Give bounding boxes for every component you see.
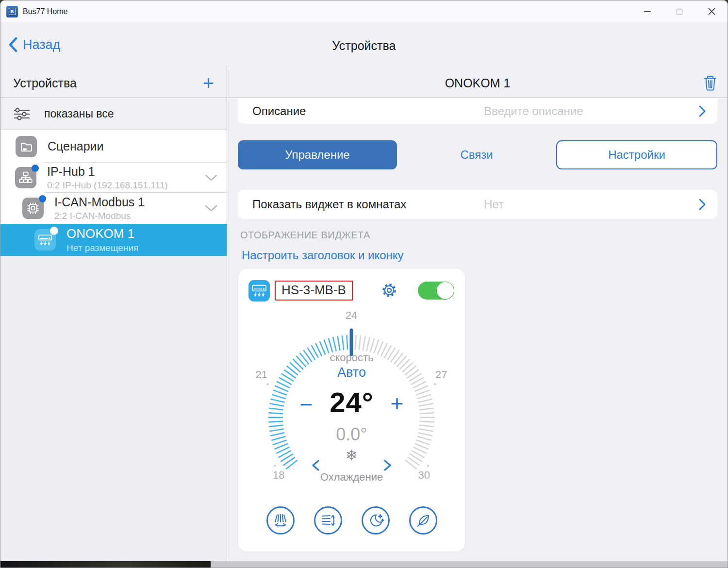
widget-rooms-label: Показать виджет в комнатах xyxy=(252,198,406,211)
device-list: СценарииIP-Hub 10:2 IP-Hub (192.168.151.… xyxy=(0,130,227,256)
tab-bar: УправлениеСвязиНастройки xyxy=(238,140,717,169)
device-item-label: ONOKOM 1 xyxy=(66,226,138,241)
swing-vertical-icon xyxy=(318,511,338,530)
description-placeholder: Введите описание xyxy=(484,104,583,118)
chevron-right-icon xyxy=(699,199,706,210)
filter-label: показаны все xyxy=(44,107,114,120)
tab-control[interactable]: Управление xyxy=(238,140,397,169)
sleep-mode-button[interactable] xyxy=(362,506,390,535)
window-title: Bus77 Home xyxy=(23,7,68,16)
navbar: Назад Устройства xyxy=(0,22,728,68)
fan-speed-label: скорость xyxy=(238,351,465,364)
ac-widget-card: HS-3-MB-B 1821242730 скорость xyxy=(238,269,465,551)
eco-leaf-icon xyxy=(414,511,433,530)
tab-links[interactable]: Связи xyxy=(397,140,556,169)
current-temperature: 0.0° xyxy=(238,424,465,445)
minimize-button[interactable] xyxy=(631,0,663,22)
delete-device-button[interactable] xyxy=(704,75,717,93)
devices-sidebar: Устройства + показаны все СценарииIP-Hub… xyxy=(0,68,227,561)
panel-header: ONOKOM 1 xyxy=(228,68,728,98)
device-item-label: IP-Hub 1 xyxy=(47,165,168,179)
chip-icon xyxy=(25,200,41,217)
configure-title-icon-link[interactable]: Настроить заголовок и иконку xyxy=(242,249,404,262)
sidebar-title: Устройства xyxy=(13,76,77,90)
gear-icon xyxy=(381,282,398,299)
ac-unit-icon xyxy=(37,232,53,248)
app-logo-icon: B xyxy=(6,6,18,17)
swing-horizontal-button[interactable] xyxy=(266,506,295,535)
filter-sliders-icon xyxy=(13,106,31,122)
status-badge xyxy=(39,195,46,202)
app-window: B Bus77 Home Назад Устройства Устройства xyxy=(0,0,728,568)
device-item-label: I-CAN-Modbus 1 xyxy=(54,195,145,209)
target-temperature: 24° xyxy=(238,386,465,418)
tab-settings[interactable]: Настройки xyxy=(556,140,717,169)
status-badge xyxy=(50,227,58,235)
folder-icon xyxy=(18,138,34,155)
close-button[interactable] xyxy=(695,0,728,22)
fan-speed-value[interactable]: Авто xyxy=(238,365,465,380)
sleep-mode-icon xyxy=(366,511,385,530)
device-item-subtitle: Нет размещения xyxy=(66,243,138,253)
mode-label: Охлаждение xyxy=(238,471,465,484)
widget-rooms-value: Нет xyxy=(484,198,504,211)
device-item-hub[interactable]: IP-Hub 10:2 IP-Hub (192.168.151.111) xyxy=(0,163,227,193)
snowflake-icon: ❄ xyxy=(238,447,465,464)
chevron-down-icon[interactable] xyxy=(204,204,218,214)
temp-increase-button[interactable]: + xyxy=(383,390,411,417)
swing-vertical-button[interactable] xyxy=(314,506,342,535)
device-item-label: Сценарии xyxy=(48,139,104,153)
widget-rooms-row[interactable]: Показать виджет в комнатах Нет xyxy=(238,190,717,219)
device-item-subtitle: 0:2 IP-Hub (192.168.151.111) xyxy=(47,180,168,191)
chevron-right-icon xyxy=(699,105,706,117)
maximize-button[interactable] xyxy=(663,0,695,22)
sidebar-header: Устройства + xyxy=(0,68,227,98)
device-item-folder[interactable]: Сценарии xyxy=(0,130,227,163)
device-item-ac[interactable]: ONOKOM 1Нет размещения xyxy=(0,224,227,256)
dial-scale-label: 24 xyxy=(346,309,357,321)
widget-display-section-label: ОТОБРАЖЕНИЕ ВИДЖЕТА xyxy=(240,230,717,241)
eco-mode-button[interactable] xyxy=(409,506,437,535)
device-title: ONOKOM 1 xyxy=(445,76,511,90)
add-device-button[interactable]: + xyxy=(203,76,214,90)
chevron-down-icon[interactable] xyxy=(204,174,218,184)
description-row[interactable]: Описание Введите описание xyxy=(238,98,717,124)
swing-horizontal-icon xyxy=(271,511,290,530)
device-item-subtitle: 2:2 I-CAN-Modbus xyxy=(54,211,145,221)
device-detail-panel: ONOKOM 1 Описание Введите опис xyxy=(228,68,728,561)
trash-icon xyxy=(704,75,717,91)
titlebar: B Bus77 Home xyxy=(0,0,728,22)
description-label: Описание xyxy=(252,104,306,118)
filter-row[interactable]: показаны все xyxy=(0,98,227,130)
page-title: Устройства xyxy=(0,39,728,53)
window-bottom-edge xyxy=(0,561,728,568)
network-hub-icon xyxy=(17,169,34,186)
status-badge xyxy=(32,165,39,172)
device-item-chip[interactable]: I-CAN-Modbus 12:2 I-CAN-Modbus xyxy=(0,193,227,224)
function-buttons-row xyxy=(238,506,465,535)
